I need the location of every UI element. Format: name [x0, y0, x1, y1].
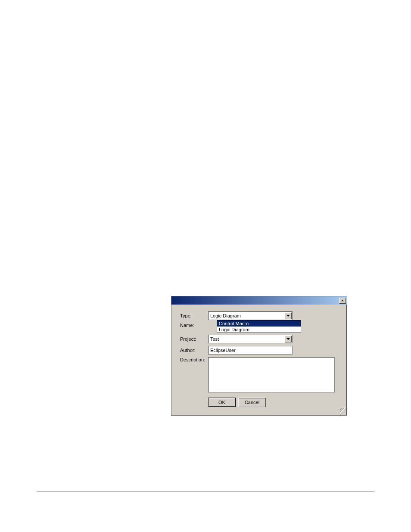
author-row: Author: [180, 346, 338, 355]
close-icon: × [341, 299, 343, 303]
type-dropdown-list: Control Macro Logic Diagram [217, 320, 301, 333]
type-selected-value: Logic Diagram [210, 313, 241, 318]
type-dropdown[interactable]: Logic Diagram [208, 311, 293, 320]
type-label: Type: [180, 313, 208, 318]
type-row: Type: Logic Diagram Control Macro Logic … [180, 311, 338, 320]
chevron-down-icon[interactable] [285, 312, 292, 319]
description-textarea[interactable] [208, 357, 335, 392]
author-label: Author: [180, 348, 208, 353]
dialog-titlebar: × [171, 296, 347, 305]
name-label: Name: [180, 323, 208, 328]
dialog-body: Type: Logic Diagram Control Macro Logic … [171, 305, 347, 415]
cancel-button[interactable]: Cancel [238, 398, 266, 407]
ok-button[interactable]: OK [208, 398, 236, 407]
close-button[interactable]: × [339, 298, 346, 304]
resize-grip-icon[interactable] [340, 408, 346, 414]
button-row: OK Cancel [208, 398, 338, 407]
author-input[interactable] [208, 346, 293, 355]
dropdown-option-logic-diagram[interactable]: Logic Diagram [217, 327, 301, 333]
description-label: Description: [180, 357, 208, 362]
project-label: Project: [180, 336, 208, 342]
footer-divider [37, 492, 374, 492]
name-row: Name: [180, 323, 208, 328]
project-selected-value: Test [210, 336, 219, 342]
ok-button-label: OK [218, 400, 225, 405]
chevron-down-icon[interactable] [285, 336, 292, 342]
dropdown-option-control-macro[interactable]: Control Macro [217, 320, 301, 327]
project-row: Project: Test [180, 335, 338, 343]
dialog-window: × Type: Logic Diagram Control Macro Logi… [171, 296, 347, 416]
project-dropdown[interactable]: Test [208, 335, 293, 343]
description-row: Description: [180, 357, 338, 392]
cancel-button-label: Cancel [245, 400, 259, 405]
